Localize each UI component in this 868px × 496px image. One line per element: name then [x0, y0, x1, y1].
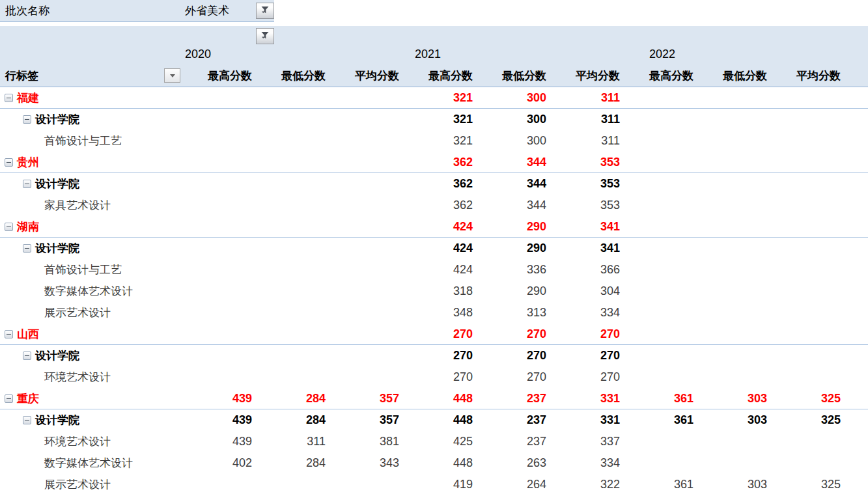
collapse-button[interactable] [5, 223, 13, 231]
row-label: 设计学院 [35, 348, 79, 363]
row-label: 数字媒体艺术设计 [44, 284, 133, 299]
collapse-button[interactable] [5, 158, 13, 167]
value-cell: 448 [403, 413, 477, 427]
value-cell: 341 [550, 241, 624, 255]
column-filter-button[interactable] [256, 28, 274, 44]
page-filter-button[interactable] [256, 3, 274, 19]
collapse-button[interactable] [23, 351, 31, 360]
collapse-button[interactable] [5, 330, 13, 338]
value-cell: 357 [329, 413, 403, 427]
value-cell: 353 [550, 177, 624, 191]
pivot-row-major: 数字媒体艺术设计318290304 [0, 281, 868, 302]
pivot-row-province: 福建321300311 [0, 87, 868, 109]
row-labels-header-cell: 行标签 [0, 65, 182, 87]
row-labels-dropdown-button[interactable] [164, 68, 180, 83]
column-header-min-2022: 最低分数 [697, 68, 771, 83]
pivot-row-major: 数字媒体艺术设计402284343448263334 [0, 452, 868, 474]
column-header-avg-2020: 平均分数 [329, 68, 403, 83]
value-cell: 361 [624, 392, 697, 406]
pivot-row-province: 湖南424290341 [0, 216, 868, 238]
value-cell: 237 [477, 392, 550, 406]
value-cell: 300 [477, 134, 550, 148]
row-labels-header: 行标签 [0, 68, 38, 83]
value-cell: 325 [771, 413, 845, 427]
row-label-cell: 环境艺术设计 [0, 366, 182, 388]
row-label: 首饰设计与工艺 [44, 133, 122, 148]
value-cell: 304 [550, 284, 624, 298]
value-cell: 361 [624, 478, 697, 491]
value-cell: 237 [477, 413, 550, 427]
collapse-button[interactable] [23, 180, 31, 188]
pivot-row-college: 设计学院270270270 [0, 345, 868, 366]
collapse-button[interactable] [23, 244, 31, 253]
value-cell: 361 [624, 413, 697, 427]
pivot-row-college: 设计学院321300311 [0, 109, 868, 130]
row-label: 环境艺术设计 [44, 370, 111, 385]
value-cell: 270 [477, 327, 550, 341]
value-cell: 290 [477, 220, 550, 234]
row-label: 展示艺术设计 [44, 477, 111, 492]
pivot-table-sheet: 批次名称 外省美术 [0, 0, 868, 496]
pivot-row-college: 设计学院362344353 [0, 173, 868, 195]
value-cell: 357 [329, 392, 403, 406]
value-cell: 284 [256, 392, 329, 406]
row-label-cell: 设计学院 [0, 345, 182, 366]
value-cell: 325 [771, 478, 845, 491]
collapse-button[interactable] [5, 394, 13, 403]
row-label-cell: 设计学院 [0, 409, 182, 431]
value-cell: 366 [550, 263, 624, 277]
value-cell: 321 [403, 134, 477, 148]
value-cell: 321 [403, 91, 477, 105]
value-cell: 341 [550, 220, 624, 234]
collapse-button[interactable] [23, 416, 31, 424]
row-label-cell: 首饰设计与工艺 [0, 259, 182, 281]
row-label-cell: 设计学院 [0, 238, 182, 259]
value-cell: 284 [256, 413, 329, 427]
row-label: 家具艺术设计 [44, 198, 111, 213]
pivot-row-major: 家具艺术设计362344353 [0, 195, 868, 216]
value-cell: 311 [256, 435, 329, 448]
row-label-cell: 设计学院 [0, 109, 182, 130]
column-header-max-2021: 最高分数 [403, 68, 477, 83]
value-cell: 300 [477, 113, 550, 126]
value-cell: 362 [403, 199, 477, 212]
row-label-cell: 环境艺术设计 [0, 431, 182, 452]
row-label-cell: 展示艺术设计 [0, 474, 182, 495]
chevron-down-icon [170, 74, 175, 77]
column-header-avg-2021: 平均分数 [550, 68, 624, 83]
row-label: 山西 [17, 327, 39, 342]
pivot-row-province: 重庆439284357448237331361303325 [0, 388, 868, 409]
funnel-icon [260, 5, 270, 17]
row-label: 设计学院 [35, 112, 79, 127]
row-label: 数字媒体艺术设计 [44, 456, 133, 471]
value-cell: 290 [477, 241, 550, 255]
value-cell: 439 [182, 435, 256, 448]
pivot-row-major: 展示艺术设计348313334 [0, 302, 868, 324]
collapse-button[interactable] [5, 94, 13, 102]
value-cell: 303 [697, 413, 771, 427]
value-cell: 303 [697, 392, 771, 406]
column-header-row: 行标签 最高分数 最低分数 平均分数 最高分数 最低分数 平均分数 最高分数 最… [0, 65, 868, 87]
value-cell: 336 [477, 263, 550, 277]
value-cell: 263 [477, 456, 550, 470]
collapse-button[interactable] [23, 115, 31, 124]
row-label-cell: 山西 [0, 324, 182, 344]
value-cell: 353 [550, 156, 624, 169]
value-cell: 362 [403, 156, 477, 169]
value-cell: 270 [550, 370, 624, 384]
row-label-cell: 重庆 [0, 388, 182, 409]
pivot-row-major: 展示艺术设计419264322361303325 [0, 474, 868, 495]
page-filter-value: 外省美术 [185, 3, 229, 18]
row-label: 设计学院 [35, 176, 79, 191]
row-label: 贵州 [17, 155, 39, 170]
column-header-max-2020: 最高分数 [182, 68, 256, 83]
row-label: 展示艺术设计 [44, 305, 111, 320]
value-cell: 313 [477, 306, 550, 320]
row-label-cell: 家具艺术设计 [0, 195, 182, 216]
value-cell: 425 [403, 435, 477, 448]
page-filter-row: 批次名称 外省美术 [0, 0, 868, 22]
value-cell: 448 [403, 456, 477, 470]
value-cell: 344 [477, 156, 550, 169]
row-label-cell: 贵州 [0, 152, 182, 172]
row-label-cell: 数字媒体艺术设计 [0, 452, 182, 474]
